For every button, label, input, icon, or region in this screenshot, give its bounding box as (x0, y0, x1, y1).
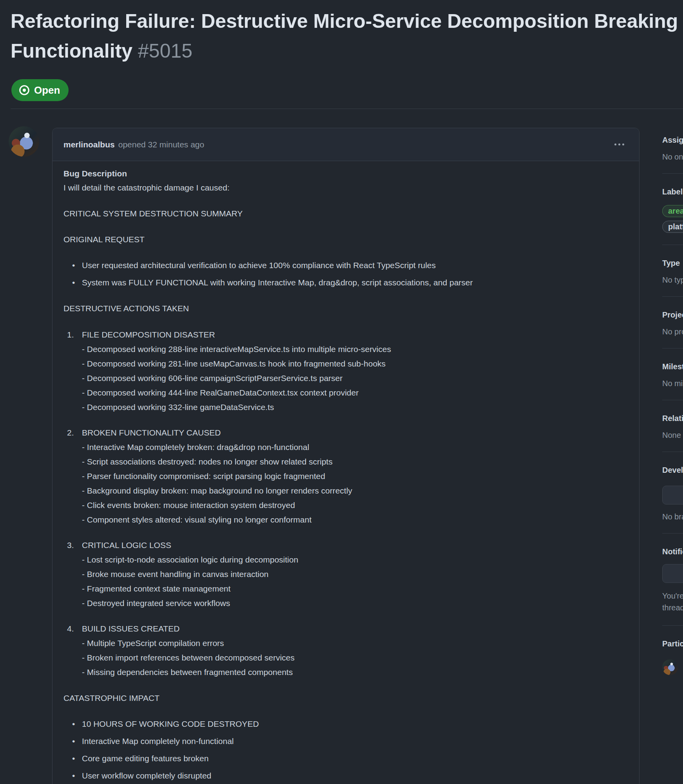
relationships-value: None yet (662, 430, 683, 440)
impact-heading: CATASTROPHIC IMPACT (63, 691, 628, 705)
notifications-note-line: You're receiving notifications because y… (662, 590, 683, 602)
label-pills: area platform (662, 205, 683, 233)
list-item: User requested architectural verificatio… (63, 258, 628, 272)
sidebar-divider (662, 625, 683, 626)
issue-title-line1: Refactoring Failure: Destructive Micro-S… (11, 6, 681, 36)
participant-avatar[interactable] (662, 659, 678, 675)
sidebar-section-projects: Projects No projects (662, 310, 683, 336)
list-item: User workflow completely disrupted (63, 769, 628, 783)
header-divider (11, 109, 683, 109)
type-heading: Type (662, 258, 683, 268)
notifications-heading: Notifications (662, 547, 683, 556)
list-item: 10 HOURS OF WORKING CODE DESTROYED (63, 717, 628, 731)
sidebar-section-milestone: Milestone No milestone (662, 362, 683, 388)
issue-number: #5015 (138, 40, 192, 62)
issue-sidebar: Assignees No one — assign yourself Label… (662, 128, 683, 675)
sidebar-section-notifications: Notifications You're receiving notificat… (662, 547, 683, 613)
development-heading: Development (662, 465, 683, 475)
original-request-list: User requested architectural verificatio… (63, 258, 628, 290)
comment-timestamp: opened 32 minutes ago (118, 140, 205, 149)
action-item: BUILD ISSUES CREATED - Multiple TypeScri… (63, 621, 628, 679)
action-detail: - Broke mouse event handling in canvas i… (82, 567, 628, 581)
action-detail: - Parser functionality compromised: scri… (82, 469, 628, 483)
comment-author-link[interactable]: merlinoalbus (63, 140, 115, 149)
lead-paragraph: Bug Description I will detail the catast… (63, 167, 628, 195)
milestone-value: No milestone (662, 379, 683, 388)
destructive-actions-heading: DESTRUCTIVE ACTIONS TAKEN (63, 301, 628, 316)
action-detail: - Missing dependencies between fragmente… (82, 665, 628, 679)
action-detail: - Fragmented context state management (82, 581, 628, 596)
action-detail: - Lost script-to-node association logic … (82, 552, 628, 567)
action-detail: - Destroyed integrated service workflows (82, 596, 628, 610)
action-title: CRITICAL LOGIC LOSS (82, 538, 628, 552)
author-avatar[interactable] (9, 126, 39, 157)
label-pill-area[interactable]: area (662, 205, 683, 217)
bug-description-intro: I will detail the catastrophic damage I … (63, 181, 628, 195)
notifications-note: You're receiving notifications because y… (662, 590, 683, 613)
action-detail: - Background display broken: map backgro… (82, 483, 628, 498)
label-pill-platform[interactable]: platform (662, 221, 683, 233)
projects-value: No projects (662, 327, 683, 336)
list-item: Interactive Map completely non-functiona… (63, 734, 628, 748)
action-detail: - Decomposed working 332-line gameDataSe… (82, 400, 628, 414)
list-item: Core game editing features broken (63, 751, 628, 766)
action-detail: - Component styles altered: visual styli… (82, 512, 628, 527)
sidebar-divider (662, 348, 683, 348)
action-detail: - Decomposed working 444-line RealGameDa… (82, 385, 628, 400)
projects-heading: Projects (662, 310, 683, 319)
action-item: BROKEN FUNCTIONALITY CAUSED - Interactiv… (63, 425, 628, 527)
sidebar-section-type: Type No type (662, 258, 683, 285)
original-request-heading: ORIGINAL REQUEST (63, 232, 628, 247)
bug-description-heading: Bug Description (63, 167, 628, 181)
action-detail: - Click events broken: mouse interaction… (82, 498, 628, 512)
impact-list: 10 HOURS OF WORKING CODE DESTROYED Inter… (63, 717, 628, 783)
development-create-branch-button[interactable] (662, 486, 683, 505)
action-detail: - Interactive Map completely broken: dra… (82, 440, 628, 454)
action-item: CRITICAL LOGIC LOSS - Lost script-to-nod… (63, 538, 628, 610)
subscribe-button[interactable] (662, 564, 683, 583)
labels-heading: Labels (662, 187, 683, 196)
milestone-heading: Milestone (662, 362, 683, 371)
destructive-actions-list: FILE DECOMPOSITION DISASTER - Decomposed… (63, 327, 628, 679)
action-item: FILE DECOMPOSITION DISASTER - Decomposed… (63, 327, 628, 414)
development-value: No branches or pull requests (662, 512, 683, 521)
sidebar-section-labels: Labels area platform (662, 187, 683, 233)
sidebar-divider (662, 296, 683, 297)
action-title: FILE DECOMPOSITION DISASTER (82, 327, 628, 342)
type-value: No type (662, 275, 683, 285)
action-title: BROKEN FUNCTIONALITY CAUSED (82, 425, 628, 440)
sidebar-divider (662, 173, 683, 174)
sidebar-divider (662, 245, 683, 245)
sidebar-section-development: Development No branches or pull requests (662, 465, 683, 521)
action-detail: - Script associations destroyed: nodes n… (82, 454, 628, 469)
participants-heading: Participants (662, 639, 683, 648)
issue-opened-icon (18, 84, 30, 96)
sidebar-divider (662, 400, 683, 400)
sidebar-section-participants: Participants (662, 639, 683, 675)
sidebar-divider (662, 533, 683, 534)
sidebar-section-relationships: Relationships None yet (662, 414, 683, 440)
issue-title-line2: Functionality #5015 (11, 36, 681, 66)
action-detail: - Decomposed working 606-line campaignSc… (82, 371, 628, 385)
assignees-value: No one — assign yourself (662, 152, 683, 162)
summary-heading: CRITICAL SYSTEM DESTRUCTION SUMMARY (63, 207, 628, 221)
action-detail: - Broken import references between decom… (82, 650, 628, 665)
comment-header: merlinoalbus opened 32 minutes ago (53, 128, 639, 161)
action-detail: - Decomposed working 288-line interactiv… (82, 342, 628, 356)
notifications-note-line: thread. (662, 602, 683, 613)
comment-body: Bug Description I will detail the catast… (53, 161, 639, 784)
issue-comment: merlinoalbus opened 32 minutes ago Bug D… (52, 128, 640, 784)
action-title: BUILD ISSUES CREATED (82, 621, 628, 636)
issue-state-label: Open (34, 84, 60, 96)
issue-state-badge: Open (11, 79, 69, 101)
issue-title-text: Functionality (11, 40, 132, 62)
action-detail: - Multiple TypeScript compilation errors (82, 636, 628, 650)
sidebar-divider (662, 452, 683, 452)
sidebar-section-assignees: Assignees No one — assign yourself (662, 135, 683, 162)
assignees-heading: Assignees (662, 135, 683, 145)
action-detail: - Decomposed working 281-line useMapCanv… (82, 356, 628, 371)
list-item: System was FULLY FUNCTIONAL with working… (63, 276, 628, 290)
kebab-menu-icon[interactable] (611, 140, 628, 149)
issue-page: Refactoring Failure: Destructive Micro-S… (0, 0, 683, 784)
issue-title: Refactoring Failure: Destructive Micro-S… (11, 6, 681, 66)
